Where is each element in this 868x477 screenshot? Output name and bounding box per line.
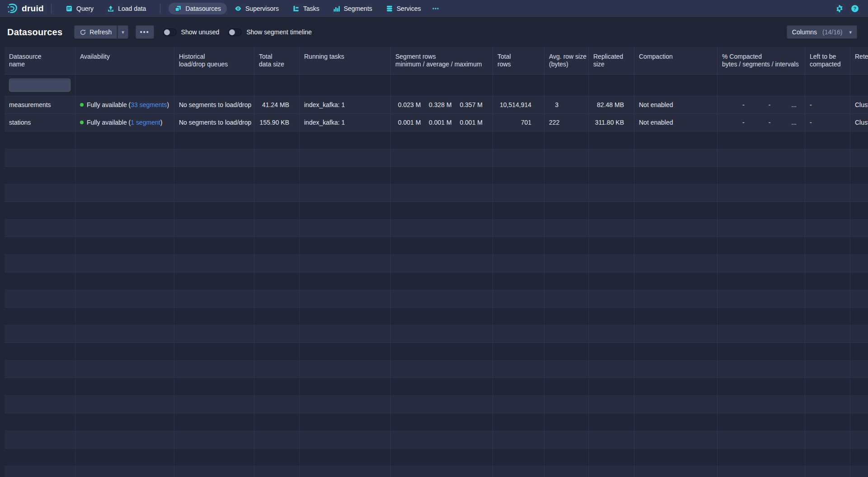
- column-header-avgrow[interactable]: Avg. row size(bytes): [544, 47, 589, 74]
- empty-row: [5, 378, 868, 396]
- column-header-retention[interactable]: Retention: [850, 47, 868, 74]
- nav-item-tasks[interactable]: Tasks: [286, 3, 325, 14]
- column-header-name[interactable]: Datasourcename: [5, 47, 75, 74]
- druid-logo-icon: [6, 3, 18, 14]
- nav-item-supervisors[interactable]: Supervisors: [229, 3, 285, 14]
- nav-item-label: Supervisors: [245, 5, 279, 12]
- refresh-button-label: Refresh: [89, 28, 112, 36]
- refresh-icon: [80, 29, 86, 36]
- running-tasks-cell: index_kafka: 1: [300, 96, 391, 113]
- empty-row: [5, 202, 868, 220]
- empty-row: [5, 343, 868, 360]
- empty-row: [5, 360, 868, 378]
- segments-link[interactable]: 1 segment: [131, 119, 160, 126]
- compaction-cell: Not enabled: [634, 96, 718, 113]
- nav-item-load-data[interactable]: Load data: [101, 3, 152, 14]
- column-header-left[interactable]: Left to becompacted: [805, 47, 850, 74]
- toggle-track: [163, 28, 177, 36]
- empty-row: [5, 431, 868, 449]
- pct-compacted-cell: --...: [718, 96, 805, 113]
- empty-row: [5, 325, 868, 343]
- tasks-icon: [292, 5, 300, 12]
- druid-console: { "navbar": { "logo_text": "druid", "ite…: [0, 0, 868, 477]
- pct-compacted-cell: --...: [718, 114, 805, 131]
- segment-rows-cell: 0.023 M0.328 M0.357 M: [391, 96, 493, 113]
- services-icon: [386, 5, 393, 12]
- datasources-icon: [174, 5, 182, 12]
- empty-row: [5, 184, 868, 202]
- empty-row: [5, 466, 868, 477]
- empty-row: [5, 449, 868, 466]
- more-actions-button[interactable]: •••: [136, 25, 154, 39]
- column-header-totalrows[interactable]: Totalrows: [493, 47, 544, 74]
- total-rows-cell: 701: [493, 114, 544, 131]
- show-unused-toggle[interactable]: Show unused: [163, 28, 220, 36]
- avg-row-size-cell: 222: [544, 114, 589, 131]
- nav-item-services[interactable]: Services: [380, 3, 427, 14]
- nav-item-label: Tasks: [303, 5, 319, 12]
- column-header-size[interactable]: Totaldata size: [254, 47, 300, 74]
- total-data-size-cell: 155.90 KB: [254, 114, 300, 131]
- refresh-button[interactable]: Refresh: [74, 25, 117, 39]
- total-data-size-cell: 41.24 MB: [254, 96, 300, 113]
- empty-row: [5, 167, 868, 184]
- left-to-be-compacted-cell: -: [805, 114, 850, 131]
- navbar-divider: [51, 4, 52, 14]
- empty-row: [5, 255, 868, 272]
- druid-logo[interactable]: druid: [6, 3, 44, 14]
- column-header-tasks[interactable]: Running tasks: [300, 47, 391, 74]
- column-header-availability[interactable]: Availability: [75, 47, 174, 74]
- empty-row: [5, 413, 868, 431]
- segments-icon: [333, 5, 340, 12]
- column-header-compaction[interactable]: Compaction: [634, 47, 718, 74]
- datasource-row-stations: stationsFully available (1 segment)No se…: [5, 114, 868, 131]
- total-rows-cell: 10,514,914: [493, 96, 544, 113]
- availability-cell: Fully available (33 segments): [75, 96, 174, 113]
- table-header-row: DatasourcenameAvailabilityHistoricalload…: [5, 47, 868, 75]
- columns-count: (14/16): [822, 28, 842, 36]
- nav-item-label: Load data: [118, 5, 146, 12]
- empty-row: [5, 237, 868, 255]
- navbar-menu: QueryLoad dataDatasourcesSupervisorsTask…: [59, 0, 427, 17]
- query-icon: [66, 5, 73, 12]
- column-header-queues[interactable]: Historicalload/drop queues: [174, 47, 254, 74]
- avg-row-size-cell: 3: [544, 96, 589, 113]
- column-header-replicated[interactable]: Replicatedsize: [589, 47, 634, 74]
- load-drop-queues-cell: No segments to load/drop: [174, 114, 254, 131]
- column-header-pct[interactable]: % Compactedbytes / segments / intervals: [718, 47, 805, 74]
- load-data-icon: [107, 5, 114, 12]
- datasource-name-filter-input[interactable]: [9, 79, 70, 92]
- nav-item-segments[interactable]: Segments: [327, 3, 378, 14]
- empty-row: [5, 220, 868, 237]
- available-status-dot-icon: [80, 121, 84, 124]
- retention-cell[interactable]: Cluster default: [850, 114, 868, 131]
- running-tasks-cell: index_kafka: 1: [300, 114, 391, 131]
- datasource-name: stations: [5, 114, 75, 131]
- help-icon[interactable]: ?: [851, 5, 859, 13]
- view-header: Datasources Refresh ▾ ••• Show unused Sh…: [0, 17, 868, 47]
- nav-item-label: Query: [76, 5, 94, 12]
- top-navbar: druid QueryLoad dataDatasourcesSuperviso…: [0, 0, 868, 17]
- segments-link[interactable]: 33 segments: [131, 101, 167, 108]
- chevron-down-icon: ▾: [122, 29, 124, 35]
- columns-picker-button[interactable]: Columns (14/16) ▾: [787, 25, 857, 39]
- svg-text:?: ?: [854, 6, 857, 11]
- available-status-dot-icon: [80, 103, 84, 107]
- nav-item-query[interactable]: Query: [60, 3, 99, 14]
- empty-row: [5, 131, 868, 149]
- empty-row: [5, 308, 868, 325]
- column-header-segrows[interactable]: Segment rowsminimum / average / maximum: [391, 47, 493, 74]
- nav-item-datasources[interactable]: Datasources: [169, 3, 227, 14]
- refresh-interval-dropdown-button[interactable]: ▾: [117, 25, 128, 39]
- navbar-right: ?: [835, 5, 863, 13]
- toggle-track: [228, 28, 242, 36]
- left-to-be-compacted-cell: -: [805, 96, 850, 113]
- more-dots-icon: •••: [140, 28, 150, 36]
- columns-button-label: Columns: [792, 28, 817, 36]
- gear-icon[interactable]: [835, 5, 844, 13]
- logo-wordmark: druid: [22, 4, 44, 14]
- page-title: Datasources: [7, 27, 62, 37]
- retention-cell[interactable]: Cluster default: [850, 96, 868, 113]
- show-segment-timeline-toggle[interactable]: Show segment timeline: [228, 28, 312, 36]
- navbar-more-button[interactable]: [427, 3, 444, 14]
